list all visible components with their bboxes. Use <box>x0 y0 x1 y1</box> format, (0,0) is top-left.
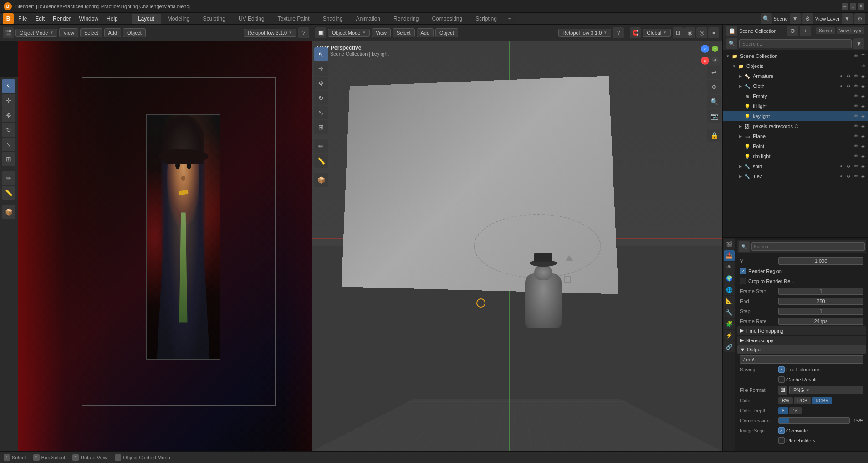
tab-rendering[interactable]: Rendering <box>387 14 425 24</box>
prop-tab-render[interactable]: 🎬 <box>724 239 735 250</box>
objects-visibility-icon[interactable]: 👁 <box>860 63 866 69</box>
armature-extra-icon2[interactable]: ⚙ <box>845 73 852 79</box>
crop-render-checkbox[interactable] <box>740 278 746 284</box>
viewport-overlay-icon[interactable]: ⊡ <box>673 27 684 38</box>
transform-tool-icon[interactable]: ⊞ <box>2 152 15 166</box>
blender-menu-icon[interactable]: B <box>3 13 14 24</box>
view-menu[interactable]: View <box>59 28 78 37</box>
nav-pan-icon[interactable]: ✥ <box>707 80 721 94</box>
menu-help[interactable]: Help <box>103 15 122 23</box>
outliner-filter-toggle[interactable]: ▼ <box>853 38 864 49</box>
outliner-item-armature[interactable]: ▶ 🦴 Armature ✦ ⚙ 👁 ◉ <box>723 71 868 81</box>
rotate-tool-viewport[interactable]: ↻ <box>314 91 328 105</box>
prop-tab-object[interactable]: 📐 <box>724 296 735 307</box>
tab-uv-editing[interactable]: UV Editing <box>232 14 271 24</box>
view-layer-dropdown[interactable]: ▼ <box>842 13 853 24</box>
keylight-exclude-icon[interactable]: ◉ <box>860 113 866 119</box>
viewport-shading-render[interactable]: ● <box>708 27 719 38</box>
tie2-extra1[interactable]: ✦ <box>838 173 844 180</box>
outliner-item-cloth[interactable]: ▶ 🔧 Cloth ✦ ⚙ 👁 ◉ <box>723 81 868 91</box>
measure-tool-viewport[interactable]: 📏 <box>314 154 328 168</box>
color-rgba-button[interactable]: RGBA <box>812 397 832 404</box>
cloth-extra1[interactable]: ✦ <box>838 83 844 89</box>
shirt-visibility-icon[interactable]: 👁 <box>853 163 859 170</box>
scale-tool-viewport[interactable]: ⤡ <box>314 106 328 119</box>
question-icon-left[interactable]: ? <box>298 27 309 38</box>
tab-animation[interactable]: Animation <box>350 14 387 24</box>
measure-tool-icon[interactable]: 📏 <box>2 186 15 200</box>
outliner-item-point[interactable]: ▶ 💡 Point 👁 ◉ <box>723 141 868 151</box>
select-tool-viewport[interactable]: ↖ <box>314 47 328 61</box>
left-mode-icon[interactable]: 🎬 <box>3 27 14 38</box>
tab-shading[interactable]: Shading <box>317 14 349 24</box>
retopo-dropdown-viewport[interactable]: RetopoFlow 3.1.0 ▼ <box>558 29 611 37</box>
color-rgb-button[interactable]: RGB <box>794 397 811 404</box>
outliner-search-icon[interactable]: 🔍 <box>726 38 737 49</box>
rimlight-exclude-icon[interactable]: ◉ <box>860 153 866 159</box>
frame-end-value[interactable]: 250 <box>778 298 863 305</box>
viewport-select-menu[interactable]: Select <box>393 28 415 37</box>
item-visibility-icon[interactable]: 👁 <box>853 53 859 59</box>
outliner-item-objects[interactable]: ▼ 📁 Objects 👁 <box>723 61 868 71</box>
cloth-exclude-icon[interactable]: ◉ <box>860 83 866 89</box>
empty-visibility-icon[interactable]: 👁 <box>853 93 859 99</box>
tab-modeling[interactable]: Modeling <box>161 14 196 24</box>
color-depth-8-button[interactable]: 8 <box>778 407 788 414</box>
prop-search-input[interactable] <box>751 242 865 251</box>
armature-exclude-icon[interactable]: ◉ <box>860 73 866 79</box>
camera-view-viewport-icon[interactable]: 📷 <box>707 109 721 123</box>
outliner-item-filllight[interactable]: ▶ 💡 filllight 👁 ◉ <box>723 101 868 111</box>
prop-tab-output[interactable]: 📤 <box>724 250 735 261</box>
nav-orbit-icon[interactable]: ↩ <box>707 66 721 79</box>
point-exclude-icon[interactable]: ◉ <box>860 143 866 149</box>
output-path-input[interactable] <box>740 355 863 364</box>
shirt-extra1[interactable]: ✦ <box>838 163 844 170</box>
menu-window[interactable]: Window <box>75 15 102 23</box>
close-button[interactable]: ✕ <box>858 3 864 10</box>
view-layer-selector[interactable]: View Layer <box>837 27 864 34</box>
prop-tab-physics[interactable]: ⚡ <box>724 330 735 341</box>
prop-tab-scene[interactable]: 🌍 <box>724 273 735 284</box>
keylight-visibility-icon[interactable]: 👁 <box>853 113 859 119</box>
outliner-item-tie2[interactable]: ▶ 🔧 Tie2 ✦ ⚙ 👁 ◉ <box>723 171 868 181</box>
placeholders-checkbox[interactable] <box>778 437 785 444</box>
outliner-item-pexels[interactable]: ▶ 🖼 pexels-redrecords-© 👁 ◉ <box>723 121 868 131</box>
select-menu-left[interactable]: Select <box>80 28 102 37</box>
outliner-item-scene-collection[interactable]: ▼ 📁 Scene Collection 👁 ☰ <box>723 51 868 61</box>
viewport-snap-icon[interactable]: 🧲 <box>630 27 641 38</box>
file-format-dropdown[interactable]: PNG ▼ <box>789 386 863 394</box>
cloth-visibility-icon[interactable]: 👁 <box>853 83 859 89</box>
tab-compositing[interactable]: Compositing <box>425 14 469 24</box>
scene-dropdown[interactable]: ▼ <box>790 13 801 24</box>
add-object-icon[interactable]: 📦 <box>2 205 15 219</box>
rimlight-visibility-icon[interactable]: 👁 <box>853 153 859 159</box>
frame-step-value[interactable]: 1 <box>778 308 863 315</box>
cache-result-checkbox[interactable] <box>778 376 785 383</box>
scene-selector[interactable]: Scene <box>816 27 834 34</box>
tab-scripting[interactable]: Scripting <box>469 14 503 24</box>
frame-rate-value[interactable]: 24 fps <box>778 318 863 325</box>
time-remapping-header[interactable]: ▶ Time Remapping <box>737 326 866 335</box>
outliner-item-rimlight[interactable]: ▶ 💡 rim light 👁 ◉ <box>723 151 868 161</box>
prop-tab-view-layer[interactable]: 👁 <box>724 262 735 273</box>
pexels-exclude-icon[interactable]: ◉ <box>860 123 866 129</box>
tie2-extra2[interactable]: ⚙ <box>845 173 852 180</box>
viewport-add-menu[interactable]: Add <box>417 28 434 37</box>
armature-extra-icon1[interactable]: ✦ <box>838 73 844 79</box>
scene-settings-icon[interactable]: ⚙ <box>802 13 813 24</box>
search-icon[interactable]: 🔍 <box>761 13 772 24</box>
render-region-checkbox[interactable]: ✓ <box>740 268 746 274</box>
retopo-dropdown-left[interactable]: RetopoFlow 3.1.0 ▼ <box>244 29 296 37</box>
viewport-mode-icon[interactable]: 🔲 <box>315 27 326 38</box>
file-extensions-checkbox[interactable]: ✓ <box>778 366 785 373</box>
outliner-search-input[interactable] <box>739 39 852 48</box>
cursor-tool-viewport[interactable]: ✛ <box>314 62 328 76</box>
filllight-visibility-icon[interactable]: 👁 <box>853 103 859 109</box>
prop-tab-world[interactable]: 🌐 <box>724 284 735 295</box>
outliner-item-keylight[interactable]: ▶ 💡 keylight 👁 ◉ <box>723 111 868 121</box>
lock-to-object-icon[interactable]: 🔒 <box>707 129 721 142</box>
filllight-exclude-icon[interactable]: ◉ <box>860 103 866 109</box>
rotate-tool-icon[interactable]: ↻ <box>2 123 15 137</box>
tab-add-button[interactable]: + <box>504 14 516 24</box>
outliner-icon[interactable]: 📋 <box>726 26 737 36</box>
